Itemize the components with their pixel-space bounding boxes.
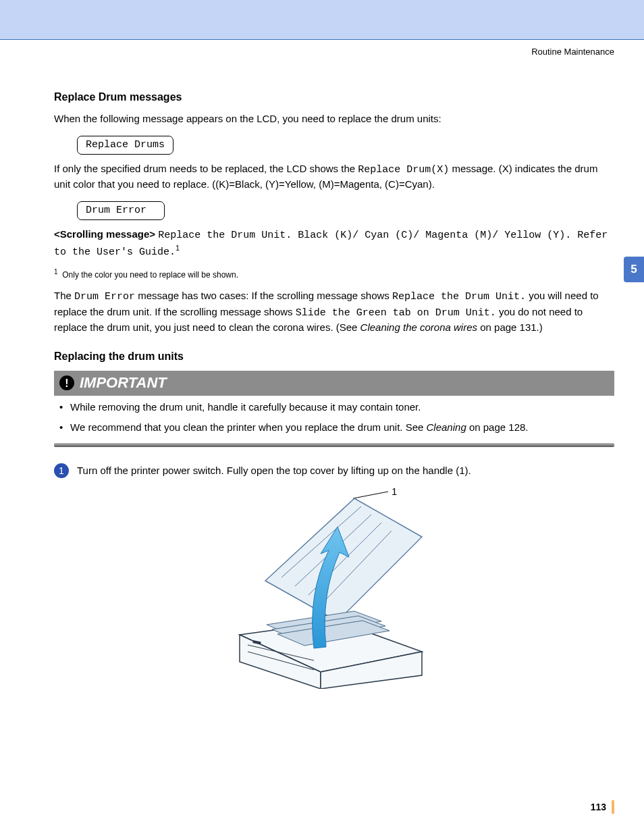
step-number-badge: 1 [54, 463, 69, 478]
exclamation-icon: ! [59, 375, 74, 390]
svg-line-0 [353, 492, 388, 498]
text: We recommend that you clean the printer … [70, 421, 427, 433]
footnote-ref: 1 [176, 244, 180, 252]
text: on page 128. [466, 421, 529, 433]
heading-replace-drum: Replace Drum messages [54, 89, 614, 105]
page-content: Replace Drum messages When the following… [0, 77, 644, 689]
inline-mono-drum-error: Drum Error [74, 291, 135, 303]
text: If only the specified drum needs to be r… [54, 163, 358, 174]
link-cleaning-corona-wires[interactable]: Cleaning the corona wires [360, 321, 477, 333]
important-item-2: We recommend that you clean the printer … [63, 420, 614, 435]
page-number-text: 113 [591, 802, 606, 812]
important-label: IMPORTANT [80, 372, 167, 394]
page-number-bar [612, 800, 614, 814]
intro-paragraph: When the following message appears on th… [54, 111, 614, 126]
paragraph-specified-drum: If only the specified drum needs to be r… [54, 161, 614, 192]
text: The [54, 290, 74, 301]
important-list: While removing the drum unit, handle it … [54, 400, 614, 435]
section-header: Routine Maintenance [0, 47, 614, 57]
text: on page 131.) [477, 321, 543, 333]
link-cleaning[interactable]: Cleaning [427, 421, 466, 433]
figure-callout-1: 1 [392, 486, 397, 497]
chapter-tab: 5 [624, 257, 644, 282]
lcd-replace-drums: Replace Drums [77, 136, 173, 155]
important-bar: ! IMPORTANT [54, 371, 614, 396]
page-number: 113 [591, 800, 614, 814]
inline-mono-replace-drum-x: Replace Drum(X) [358, 164, 449, 176]
lcd-drum-error: Drum Error [77, 201, 165, 220]
footnote-text: Only the color you need to replace will … [62, 270, 238, 280]
step-1-text: Turn off the printer power switch. Fully… [77, 463, 471, 478]
step-1-row: 1 Turn off the printer power switch. Ful… [54, 463, 614, 478]
footnote: 1 Only the color you need to replace wil… [54, 267, 614, 281]
top-rule [0, 39, 644, 40]
heading-replacing-drum-units: Replacing the drum units [54, 348, 614, 364]
top-bar [0, 0, 644, 39]
drum-error-explain: The Drum Error message has two cases: If… [54, 288, 614, 335]
printer-illustration: 1 [219, 486, 449, 689]
footnote-number: 1 [54, 268, 58, 276]
scrolling-message-paragraph: <Scrolling message> Replace the Drum Uni… [54, 227, 614, 260]
text: message has two cases: If the scrolling … [135, 290, 392, 301]
inline-mono-replace-drum-unit: Replace the Drum Unit. [392, 291, 526, 303]
inline-mono-slide-green-tab: Slide the Green tab on Drum Unit. [296, 307, 496, 319]
important-footer-rule [54, 443, 614, 447]
scrolling-message-label: <Scrolling message> [54, 228, 155, 240]
important-item-1: While removing the drum unit, handle it … [63, 400, 614, 415]
